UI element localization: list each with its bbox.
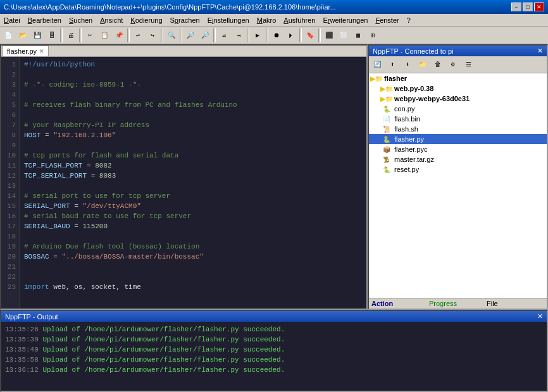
- output-content: 13:35:26 Upload of /home/pi/ardumower/fl…: [1, 322, 547, 391]
- ftp-item-name: webpy-webpy-63d0e31: [394, 95, 470, 102]
- ftp-col-action[interactable]: Action: [371, 300, 429, 307]
- py-file-icon-selected: 🐍: [382, 135, 392, 144]
- ftp-delete-btn[interactable]: 🗑: [431, 58, 445, 71]
- tb-zoom-out[interactable]: 🔎: [198, 28, 212, 42]
- menu-bearbeiten[interactable]: Bearbeiten: [24, 15, 65, 25]
- ftp-file-flasher-pyc[interactable]: 📦 flasher.pyc: [369, 144, 547, 154]
- menu-erweiterungen[interactable]: Erweiterungen: [319, 15, 371, 25]
- ftp-file-flash-sh[interactable]: 📜 flash.sh: [369, 124, 547, 134]
- menu-suchen[interactable]: Suchen: [65, 15, 96, 25]
- menu-help[interactable]: ?: [403, 15, 414, 25]
- tb-plugin2[interactable]: ⬜: [337, 28, 351, 42]
- tb-find[interactable]: 🔍: [165, 28, 178, 42]
- tb-indent[interactable]: ⇥: [232, 28, 246, 42]
- ftp-refresh-btn[interactable]: 🔄: [370, 58, 384, 71]
- menu-datei[interactable]: Datei: [0, 15, 24, 25]
- minimize-button[interactable]: −: [511, 3, 521, 11]
- ftp-columns: Action Progress File: [369, 298, 547, 309]
- tb-copy[interactable]: 📋: [97, 28, 111, 42]
- title-bar: C:\Users\alex\AppData\Roaming\Notepad++\…: [0, 0, 548, 14]
- output-title: NppFTP - Output ✕: [1, 311, 547, 322]
- ftp-file-master-tgz[interactable]: 🗜 master.tar.gz: [369, 154, 547, 164]
- ftp-file-flash-bin[interactable]: 📄 flash.bin: [369, 114, 547, 124]
- tb-cut[interactable]: ✂: [83, 28, 97, 42]
- ftp-item-name: reset.py: [394, 166, 419, 173]
- tb-wrap[interactable]: ⇌: [217, 28, 231, 42]
- maximize-button[interactable]: □: [523, 3, 533, 11]
- output-line-4: 13:35:58 Upload of /home/pi/ardumower/fl…: [5, 355, 543, 365]
- tb-macro[interactable]: ⏺: [270, 28, 283, 42]
- tb-run[interactable]: ▶: [251, 28, 265, 42]
- ftp-col-file[interactable]: File: [487, 300, 544, 307]
- ftp-item-name: flasher.pyc: [394, 145, 428, 153]
- ftp-settings-btn[interactable]: ⚙: [446, 58, 460, 71]
- ftp-folder-webpy[interactable]: ▶📁 webpy-webpy-63d0e31: [369, 94, 547, 104]
- sh-file-icon: 📜: [382, 125, 392, 133]
- tb-redo[interactable]: ↪: [146, 28, 159, 42]
- ftp-file-flasher-py[interactable]: 🐍 flasher.py: [369, 134, 547, 144]
- tb-open[interactable]: 📂: [16, 28, 30, 42]
- ftp-columns-btn[interactable]: ☰: [461, 58, 475, 71]
- ftp-folder-flasher[interactable]: ▶📁 flasher: [369, 73, 547, 83]
- ftp-folder-webpy038[interactable]: ▶📁 web.py-0.38: [369, 83, 547, 94]
- tab-flasher-py[interactable]: flasher.py ✕: [3, 46, 49, 56]
- ftp-title: NppFTP - Connected to pi ✕: [369, 46, 547, 56]
- menu-fenster[interactable]: Fenster: [371, 15, 402, 25]
- close-button[interactable]: ✕: [534, 3, 544, 11]
- py-file-icon-reset: 🐍: [382, 165, 392, 174]
- ftp-item-name: flash.sh: [394, 125, 418, 133]
- ftp-close-icon[interactable]: ✕: [537, 47, 543, 55]
- tgz-file-icon: 🗜: [382, 155, 392, 164]
- ftp-file-list: ▶📁 flasher ▶📁 web.py-0.38 ▶📁 webpy-webpy…: [369, 73, 547, 298]
- ftp-panel: NppFTP - Connected to pi ✕ 🔄 ⬆ ⬇ 📁 🗑 ⚙ ☰…: [368, 44, 548, 310]
- ftp-upload-btn[interactable]: ⬆: [385, 58, 399, 71]
- tb-plugin3[interactable]: ▦: [351, 28, 365, 42]
- ftp-col-progress[interactable]: Progress: [429, 300, 487, 307]
- output-line-5: 13:36:12 Upload of /home/pi/ardumower/fl…: [5, 365, 543, 375]
- tb-new[interactable]: 📄: [1, 28, 15, 42]
- code-editor: 12345 678910 1112131415 1617181920 21222…: [1, 57, 366, 309]
- ftp-download-btn[interactable]: ⬇: [401, 58, 414, 71]
- tb-macro-play[interactable]: ⏵: [284, 28, 298, 42]
- tb-bookmark[interactable]: 🔖: [303, 28, 317, 42]
- menu-ausfuehren[interactable]: Ausführen: [280, 15, 319, 25]
- ftp-mkdir-btn[interactable]: 📁: [416, 58, 430, 71]
- ftp-toolbar: 🔄 ⬆ ⬇ 📁 🗑 ⚙ ☰: [369, 56, 547, 73]
- tb-paste[interactable]: 📌: [112, 28, 126, 42]
- tab-label: flasher.py: [7, 47, 37, 55]
- menu-ansicht[interactable]: Ansicht: [96, 15, 127, 25]
- tab-bar: flasher.py ✕: [1, 46, 366, 57]
- tb-save[interactable]: 💾: [30, 28, 44, 42]
- tb-print[interactable]: 🖨: [64, 28, 78, 42]
- ftp-file-con-py[interactable]: 🐍 con.py: [369, 104, 547, 114]
- title-bar-text: C:\Users\alex\AppData\Roaming\Notepad++\…: [4, 3, 336, 11]
- ftp-file-reset-py[interactable]: 🐍 reset.py: [369, 164, 547, 175]
- tb-zoom-in[interactable]: 🔎: [184, 28, 197, 42]
- ftp-title-text: NppFTP - Connected to pi: [373, 47, 454, 55]
- output-panel: NppFTP - Output ✕ 13:35:26 Upload of /ho…: [0, 310, 548, 392]
- menu-kodierung[interactable]: Kodierung: [127, 15, 166, 25]
- ftp-item-name: flasher.py: [394, 135, 424, 143]
- ftp-item-name: web.py-0.38: [394, 85, 433, 92]
- ftp-item-name: con.py: [394, 105, 414, 113]
- ftp-item-name: master.tar.gz: [394, 156, 434, 163]
- ftp-item-name: flash.bin: [394, 115, 420, 123]
- tb-plugin1[interactable]: ⬛: [322, 28, 336, 42]
- line-numbers: 12345 678910 1112131415 1617181920 21222…: [1, 57, 20, 309]
- code-content[interactable]: #!/usr/bin/python # -*- coding: iso-8859…: [20, 57, 366, 309]
- tab-close-icon[interactable]: ✕: [39, 48, 44, 54]
- menu-sprachen[interactable]: Sprachen: [166, 15, 204, 25]
- menu-makro[interactable]: Makro: [253, 15, 280, 25]
- ftp-item-name: flasher: [384, 75, 407, 82]
- menu-einstellungen[interactable]: Einstellungen: [204, 15, 253, 25]
- tb-saveall[interactable]: 🗄: [45, 28, 59, 42]
- output-line-1: 13:35:26 Upload of /home/pi/ardumower/fl…: [5, 324, 543, 334]
- output-line-2: 13:35:39 Upload of /home/pi/ardumower/fl…: [5, 334, 543, 345]
- tb-undo[interactable]: ↩: [131, 28, 145, 42]
- folder-icon: ▶📁: [371, 74, 382, 83]
- menu-bar: Datei Bearbeiten Suchen Ansicht Kodierun…: [0, 14, 548, 27]
- tb-plugin4[interactable]: ⊞: [366, 28, 380, 42]
- toolbar: 📄 📂 💾 🗄 🖨 ✂ 📋 📌 ↩ ↪ 🔍 🔎 🔎 ⇌ ⇥ ▶ ⏺ ⏵ 🔖 ⬛ …: [0, 27, 548, 44]
- output-title-text: NppFTP - Output: [5, 313, 58, 321]
- output-close-icon[interactable]: ✕: [537, 312, 543, 321]
